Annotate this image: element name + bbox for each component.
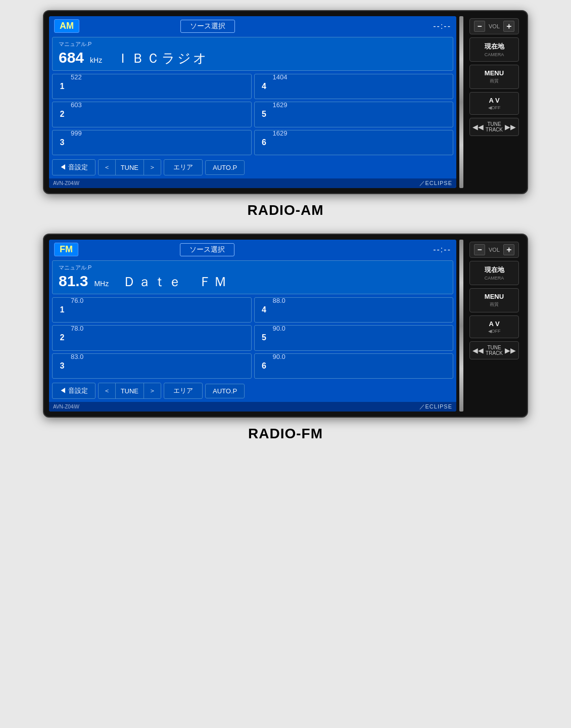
fm-quality-label: 画質 — [472, 301, 516, 308]
fm-preset-6-freq: 90.0 — [273, 353, 286, 360]
fm-preset-6[interactable]: 6 90.0 — [254, 353, 454, 379]
fm-source-button[interactable]: ソース選択 — [180, 243, 234, 256]
am-tune-group: ＜ TUNE ＞ — [98, 159, 161, 175]
am-genzaichi-button[interactable]: 現在地 CAMERA — [469, 37, 519, 62]
fm-tune-group: ＜ TUNE ＞ — [98, 383, 161, 399]
fm-av-button[interactable]: A V ◀OFF — [469, 315, 519, 338]
fm-track-text: TRACK — [486, 350, 503, 356]
am-vol-row: － VOL ＋ — [469, 18, 519, 34]
am-preset-3-freq: 999 — [71, 129, 82, 137]
fm-preset-4[interactable]: 4 88.0 — [254, 297, 454, 323]
fm-genzaichi-label: 現在地 — [485, 266, 504, 274]
am-area-button[interactable]: エリア — [164, 159, 203, 175]
fm-tune-text: TUNE — [487, 345, 501, 350]
fm-preset-3-freq: 83.0 — [71, 353, 83, 360]
am-station-info: 684 kHz ＩＢＣラジオ — [59, 49, 447, 67]
fm-tune-track-labels: TUNE TRACK — [486, 345, 503, 356]
fm-tune-left-icon: ◀◀ — [472, 346, 484, 354]
am-preset-4-num: 4 — [260, 82, 269, 91]
am-track-text: TRACK — [486, 127, 503, 132]
fm-mode-badge: FM — [54, 243, 78, 256]
fm-vol-minus-button[interactable]: － — [474, 244, 485, 255]
fm-auto-button[interactable]: AUTO.P — [205, 384, 245, 398]
am-tune-prev-button[interactable]: ＜ — [99, 160, 116, 175]
am-off-label: ◀OFF — [472, 105, 516, 110]
am-screen: AM ソース選択 --:-- マニュアル.P 684 kHz ＩＢＣラジオ 1 … — [49, 16, 456, 188]
am-preset-5[interactable]: 5 1629 — [254, 102, 454, 127]
fm-vol-label: VOL — [489, 247, 500, 253]
fm-preset-1-freq: 76.0 — [71, 297, 83, 304]
am-mode-badge: AM — [54, 19, 79, 33]
am-preset-5-freq: 1629 — [273, 101, 288, 109]
am-tune-track-labels: TUNE TRACK — [486, 121, 503, 132]
fm-preset-1[interactable]: 1 76.0 — [52, 297, 252, 323]
am-av-button[interactable]: A V ◀OFF — [469, 92, 519, 115]
am-tune-track-button[interactable]: ◀◀ TUNE TRACK ▶▶ — [469, 118, 519, 136]
fm-preset-5-freq: 90.0 — [273, 325, 286, 332]
am-tune-track-text: TUNE — [487, 121, 501, 127]
am-preset-4[interactable]: 4 1404 — [254, 74, 454, 99]
am-preset-6[interactable]: 6 1629 — [254, 130, 454, 155]
fm-manual-label: マニュアル.P — [59, 264, 447, 271]
am-preset-2-num: 2 — [58, 110, 67, 119]
am-sound-button[interactable]: ◀ 音設定 — [52, 159, 96, 175]
fm-preset-grid: 1 76.0 4 88.0 2 78.0 5 90.0 3 83.0 — [52, 297, 453, 379]
fm-menu-button[interactable]: MENU 画質 — [469, 288, 519, 312]
am-preset-3-num: 3 — [58, 138, 67, 147]
fm-menu-label: MENU — [485, 293, 504, 300]
fm-station-info: 81.3 MHz Ｄａｔｅ ＦＭ — [59, 272, 447, 291]
am-screen-footer: AVN-Z04iW ／ECLIPSE — [49, 178, 456, 188]
fm-preset-4-num: 4 — [260, 305, 269, 314]
fm-av-label: A V — [489, 320, 499, 328]
am-time-display: --:-- — [433, 22, 451, 31]
am-tune-label[interactable]: TUNE — [116, 160, 144, 175]
am-menu-button[interactable]: MENU 画質 — [469, 65, 519, 89]
fm-preset-3[interactable]: 3 83.0 — [52, 353, 252, 379]
am-tune-right-icon: ▶▶ — [505, 123, 516, 131]
fm-tune-next-button[interactable]: ＞ — [144, 383, 161, 398]
fm-sound-button[interactable]: ◀ 音設定 — [52, 383, 96, 399]
am-source-button[interactable]: ソース選択 — [180, 20, 235, 33]
fm-preset-5[interactable]: 5 90.0 — [254, 325, 454, 350]
fm-model-text: AVN-Z04iW — [53, 404, 79, 410]
am-preset-6-num: 6 — [260, 138, 269, 147]
am-top-bar: AM ソース選択 --:-- — [49, 16, 456, 36]
fm-genzaichi-button[interactable]: 現在地 CAMERA — [469, 261, 519, 285]
fm-tune-prev-button[interactable]: ＜ — [99, 383, 116, 398]
am-vol-minus-button[interactable]: － — [474, 21, 485, 32]
fm-tune-track-button[interactable]: ◀◀ TUNE TRACK ▶▶ — [469, 341, 519, 359]
fm-area-button[interactable]: エリア — [164, 383, 203, 399]
fm-preset-3-num: 3 — [58, 361, 67, 371]
fm-freq-unit: MHz — [94, 280, 109, 288]
am-preset-1-num: 1 — [58, 82, 67, 91]
fm-tune-label[interactable]: TUNE — [116, 383, 144, 398]
fm-top-bar: FM ソース選択 --:-- — [49, 240, 456, 259]
am-preset-3[interactable]: 3 999 — [52, 130, 252, 155]
fm-preset-4-freq: 88.0 — [273, 297, 286, 304]
fm-preset-2[interactable]: 2 78.0 — [52, 325, 252, 350]
am-camera-label: CAMERA — [472, 52, 516, 57]
fm-screen: FM ソース選択 --:-- マニュアル.P 81.3 MHz Ｄａｔｅ ＦＭ … — [49, 240, 456, 412]
am-station-bar: マニュアル.P 684 kHz ＩＢＣラジオ — [52, 37, 453, 71]
fm-station-bar: マニュアル.P 81.3 MHz Ｄａｔｅ ＦＭ — [52, 260, 453, 294]
fm-vol-plus-button[interactable]: ＋ — [503, 244, 514, 255]
am-vol-plus-button[interactable]: ＋ — [503, 21, 514, 32]
am-auto-button[interactable]: AUTO.P — [205, 160, 245, 175]
fm-camera-label: CAMERA — [472, 276, 516, 281]
am-menu-label: MENU — [485, 69, 504, 77]
fm-right-panel: － VOL ＋ 現在地 CAMERA MENU 画質 A V ◀OFF ◀◀ T… — [466, 240, 522, 412]
am-preset-1[interactable]: 1 522 — [52, 74, 252, 99]
am-tune-next-button[interactable]: ＞ — [144, 160, 161, 175]
am-freq-unit: kHz — [90, 56, 102, 64]
fm-chrome-strip — [459, 240, 463, 412]
am-freq: 684 — [59, 49, 84, 66]
fm-head-unit: FM ソース選択 --:-- マニュアル.P 81.3 MHz Ｄａｔｅ ＦＭ … — [43, 234, 528, 418]
am-head-unit: AM ソース選択 --:-- マニュアル.P 684 kHz ＩＢＣラジオ 1 … — [43, 10, 528, 194]
am-genzaichi-label: 現在地 — [485, 42, 504, 50]
am-manual-label: マニュアル.P — [59, 40, 447, 48]
am-right-panel: － VOL ＋ 現在地 CAMERA MENU 画質 A V ◀OFF ◀◀ T… — [466, 16, 522, 188]
am-preset-1-freq: 522 — [71, 73, 82, 81]
am-preset-2[interactable]: 2 603 — [52, 102, 252, 127]
fm-preset-5-num: 5 — [260, 333, 269, 342]
am-vol-label: VOL — [489, 23, 500, 29]
